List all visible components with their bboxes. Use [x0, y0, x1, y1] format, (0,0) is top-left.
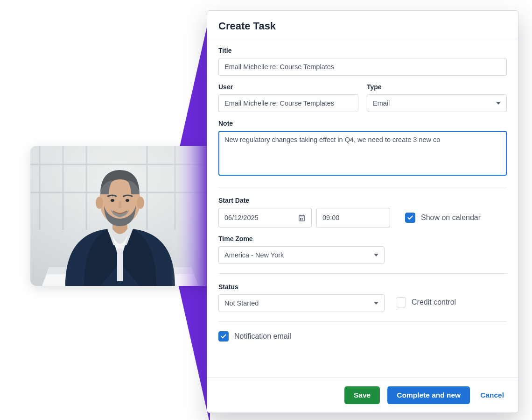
notification-email-checkbox[interactable]: Notification email [218, 331, 507, 342]
note-section: Note [218, 120, 507, 178]
modal-header: Create Task [207, 11, 518, 39]
start-date-input[interactable]: 06/12/2025 [218, 208, 312, 228]
modal-footer: Save Complete and new Cancel [207, 377, 518, 413]
status-row: Status Not Started Credit control [218, 283, 507, 312]
type-select[interactable]: Email [367, 94, 507, 112]
user-input[interactable] [218, 94, 358, 112]
note-label: Note [218, 120, 507, 127]
type-label: Type [367, 83, 507, 91]
status-select[interactable]: Not Started [218, 294, 385, 312]
start-time-value: 09:00 [322, 214, 339, 221]
title-input[interactable] [218, 58, 507, 76]
status-value: Not Started [224, 299, 259, 307]
modal-title: Create Task [218, 20, 507, 32]
timezone-select[interactable]: America - New York [218, 246, 385, 264]
type-value: Email [373, 100, 390, 107]
show-on-calendar-label: Show on calendar [421, 214, 481, 222]
start-date-label: Start Date [218, 197, 507, 204]
title-label: Title [218, 47, 507, 54]
user-col: User [218, 83, 358, 112]
divider [218, 187, 507, 187]
complete-and-new-button[interactable]: Complete and new [387, 386, 470, 404]
show-on-calendar-checkbox[interactable]: Show on calendar [405, 213, 481, 223]
note-textarea[interactable] [218, 131, 507, 176]
type-col: Type Email [367, 83, 507, 112]
title-section: Title [218, 47, 507, 76]
create-task-modal: Create Task Title User Type Email Note [207, 10, 518, 413]
start-time-input[interactable]: 09:00 [316, 208, 390, 228]
checkbox-icon [405, 213, 415, 223]
save-button[interactable]: Save [344, 386, 380, 404]
svg-rect-15 [30, 146, 210, 286]
chevron-down-icon [374, 254, 378, 256]
user-label: User [218, 83, 358, 91]
timezone-label: Time Zome [218, 235, 507, 242]
status-label: Status [218, 283, 385, 291]
chevron-down-icon [496, 102, 501, 105]
checkbox-icon [218, 331, 229, 342]
user-type-row: User Type Email [218, 83, 507, 112]
calendar-icon [298, 214, 306, 222]
timezone-value: America - New York [224, 251, 284, 259]
divider [218, 321, 507, 322]
modal-body: Title User Type Email Note S [207, 39, 518, 377]
timezone-section: Time Zome America - New York [218, 235, 507, 264]
person-photo [30, 146, 210, 286]
notification-email-label: Notification email [234, 332, 291, 341]
start-date-section: Start Date 06/12/2025 09:00 S [218, 197, 507, 228]
chevron-down-icon [374, 302, 378, 305]
credit-control-checkbox[interactable]: Credit control [396, 297, 456, 307]
cancel-button[interactable]: Cancel [477, 386, 507, 404]
checkbox-icon [396, 297, 406, 307]
start-date-value: 06/12/2025 [224, 214, 259, 221]
credit-control-label: Credit control [412, 298, 456, 306]
divider [218, 273, 507, 274]
status-col: Status Not Started [218, 283, 385, 312]
